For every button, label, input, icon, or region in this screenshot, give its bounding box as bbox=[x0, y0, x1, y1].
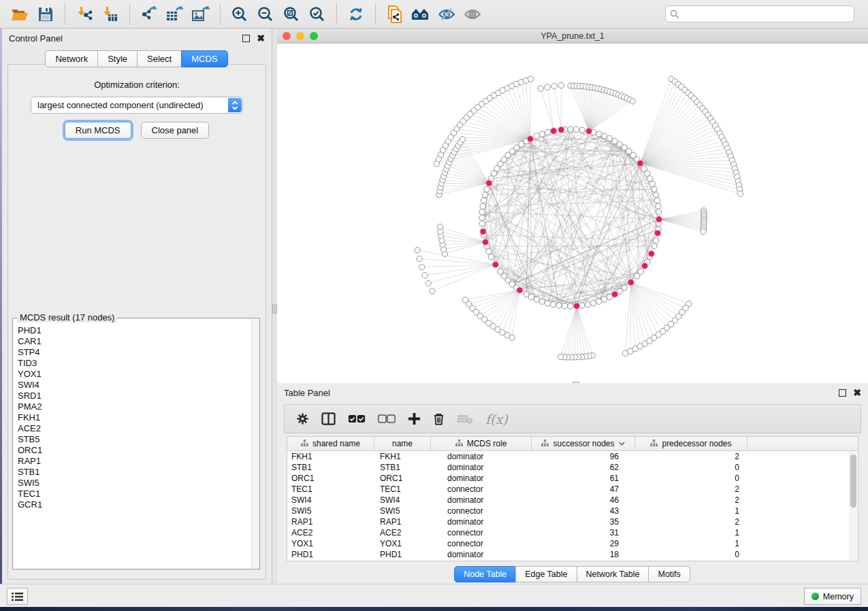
search-input[interactable] bbox=[683, 10, 850, 19]
mcds-result-item[interactable]: ACE2 bbox=[18, 423, 251, 434]
hide-selected-eye-icon[interactable] bbox=[436, 4, 457, 24]
table-cell[interactable]: YOX1 bbox=[287, 539, 374, 548]
mcds-result-item[interactable]: TEC1 bbox=[18, 489, 251, 499]
clone-network-icon[interactable] bbox=[385, 4, 405, 24]
run-mcds-button[interactable]: Run MCDS bbox=[65, 122, 131, 139]
mcds-result-item[interactable]: SWI5 bbox=[18, 478, 251, 489]
table-cell[interactable]: 31 bbox=[532, 528, 635, 538]
table-cell[interactable]: 29 bbox=[532, 539, 635, 548]
table-cell[interactable]: 0 bbox=[635, 463, 748, 472]
table-cell[interactable]: TEC1 bbox=[287, 484, 374, 494]
table-row[interactable]: RAP1RAP1dominator352 bbox=[287, 516, 858, 527]
table-row[interactable]: STB1STB1dominator620 bbox=[287, 462, 858, 473]
zoom-out-icon[interactable] bbox=[255, 4, 276, 24]
mcds-result-item[interactable]: ORC1 bbox=[18, 445, 251, 456]
table-cell[interactable]: dominator bbox=[431, 474, 532, 483]
table-cell[interactable]: TEC1 bbox=[374, 484, 431, 494]
table-cell[interactable]: STB1 bbox=[374, 463, 431, 472]
mcds-result-scrollbar[interactable] bbox=[251, 318, 259, 569]
table-cell[interactable]: 96 bbox=[532, 452, 635, 461]
table-cell[interactable]: 62 bbox=[532, 463, 635, 472]
tab-select[interactable]: Select bbox=[137, 50, 182, 67]
table-cell[interactable]: ACE2 bbox=[287, 528, 374, 538]
table-cell[interactable]: connector bbox=[431, 484, 532, 494]
table-cell[interactable]: RAP1 bbox=[287, 517, 374, 527]
mcds-result-item[interactable]: STB1 bbox=[18, 467, 251, 478]
tab-edge-table[interactable]: Edge Table bbox=[515, 566, 577, 582]
table-cell[interactable]: connector bbox=[431, 506, 532, 516]
column-settings-gear-icon[interactable] bbox=[296, 412, 309, 425]
column-header-shared-name[interactable]: shared name bbox=[287, 437, 374, 450]
column-header-MCDS-role[interactable]: MCDS role bbox=[431, 437, 532, 450]
create-column-icon[interactable] bbox=[408, 412, 421, 425]
column-header-successor-nodes[interactable]: successor nodes bbox=[532, 437, 635, 450]
tab-motifs[interactable]: Motifs bbox=[648, 566, 690, 582]
table-row[interactable]: SWI5SWI5connector431 bbox=[287, 506, 858, 516]
network-search-field[interactable] bbox=[665, 5, 854, 22]
table-cell[interactable]: dominator bbox=[431, 463, 532, 472]
select-all-columns-icon[interactable] bbox=[348, 414, 366, 423]
mcds-result-list[interactable]: PHD1CAR1STP4TID3YOX1SWI4SRD1PMA2FKH1ACE2… bbox=[14, 324, 251, 568]
refresh-icon[interactable] bbox=[346, 4, 366, 24]
table-cell[interactable]: dominator bbox=[431, 550, 532, 559]
zoom-in-icon[interactable] bbox=[229, 4, 250, 24]
close-panel-button[interactable]: Close panel bbox=[141, 122, 210, 139]
table-cell[interactable]: 2 bbox=[635, 517, 748, 527]
table-cell[interactable]: 2 bbox=[635, 452, 748, 461]
mcds-result-item[interactable]: YOX1 bbox=[18, 369, 251, 380]
network-window-titlebar[interactable]: YPA_prune.txt_1 bbox=[277, 29, 868, 44]
zoom-fit-icon[interactable] bbox=[281, 4, 302, 24]
table-cell[interactable]: SWI5 bbox=[374, 506, 431, 516]
float-panel-icon[interactable] bbox=[242, 35, 250, 42]
table-cell[interactable]: 43 bbox=[532, 506, 635, 516]
table-cell[interactable]: 1 bbox=[635, 506, 748, 516]
table-cell[interactable]: 35 bbox=[532, 517, 635, 527]
table-cell[interactable]: dominator bbox=[431, 495, 532, 505]
export-network-icon[interactable] bbox=[139, 4, 159, 24]
mcds-result-item[interactable]: RAP1 bbox=[18, 456, 251, 467]
mcds-result-item[interactable]: FKH1 bbox=[18, 412, 251, 423]
table-cell[interactable]: FKH1 bbox=[287, 452, 374, 461]
table-row[interactable]: YOX1YOX1connector291 bbox=[287, 538, 858, 549]
mcds-result-item[interactable]: PMA2 bbox=[18, 401, 251, 412]
tab-style[interactable]: Style bbox=[97, 50, 138, 67]
table-row[interactable]: TEC1TEC1connector472 bbox=[287, 484, 858, 495]
import-table-icon[interactable] bbox=[100, 4, 120, 24]
table-cell[interactable]: YOX1 bbox=[374, 539, 431, 548]
export-table-icon[interactable] bbox=[165, 4, 185, 24]
table-cell[interactable]: 46 bbox=[532, 495, 635, 505]
table-cell[interactable]: FKH1 bbox=[374, 452, 431, 461]
mcds-result-item[interactable]: CAR1 bbox=[18, 336, 251, 347]
unselect-all-columns-icon[interactable] bbox=[378, 414, 396, 423]
tab-network-table[interactable]: Network Table bbox=[577, 566, 649, 582]
table-scrollbar[interactable] bbox=[849, 452, 857, 560]
tab-mcds[interactable]: MCDS bbox=[181, 50, 227, 67]
table-cell[interactable]: SWI4 bbox=[374, 495, 431, 505]
table-row[interactable]: SWI4SWI4dominator462 bbox=[287, 495, 858, 506]
tab-network[interactable]: Network bbox=[45, 50, 98, 67]
table-cell[interactable]: ACE2 bbox=[374, 528, 431, 538]
show-panels-list-button[interactable] bbox=[7, 588, 28, 605]
float-table-panel-icon[interactable] bbox=[839, 389, 846, 397]
save-session-icon[interactable] bbox=[35, 4, 56, 24]
table-cell[interactable]: connector bbox=[431, 528, 532, 538]
column-header-predecessor-nodes[interactable]: predecessor nodes bbox=[635, 437, 748, 450]
table-cell[interactable]: STB1 bbox=[287, 463, 374, 472]
import-network-icon[interactable] bbox=[74, 4, 95, 24]
table-cell[interactable]: 2 bbox=[635, 495, 748, 505]
table-cell[interactable]: PHD1 bbox=[287, 550, 374, 559]
table-cell[interactable]: dominator bbox=[431, 452, 532, 461]
optimization-criterion-select[interactable]: largest connected component (undirected) bbox=[31, 97, 243, 114]
table-cell[interactable]: 0 bbox=[635, 550, 748, 559]
show-all-eye-icon[interactable] bbox=[462, 4, 483, 24]
table-cell[interactable]: 61 bbox=[532, 474, 635, 483]
mcds-result-item[interactable]: GCR1 bbox=[18, 499, 251, 510]
table-cell[interactable]: 47 bbox=[532, 484, 635, 494]
mcds-result-item[interactable]: PHD1 bbox=[18, 325, 251, 336]
table-cell[interactable]: RAP1 bbox=[374, 517, 431, 527]
mcds-result-item[interactable]: STB5 bbox=[18, 434, 251, 445]
table-scrollbar-thumb[interactable] bbox=[850, 455, 856, 508]
table-cell[interactable]: ORC1 bbox=[287, 474, 374, 483]
vertical-splitter-handle[interactable] bbox=[272, 304, 277, 314]
memory-button[interactable]: Memory bbox=[804, 588, 861, 605]
